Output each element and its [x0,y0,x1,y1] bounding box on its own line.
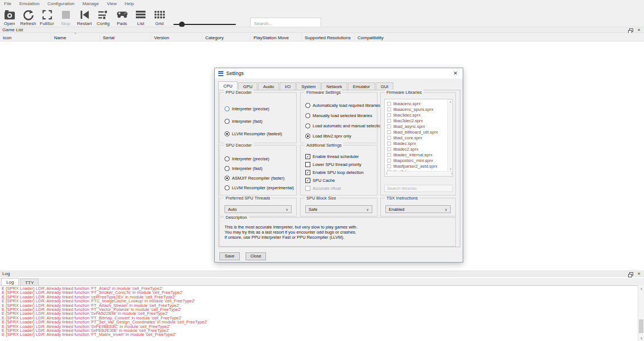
checkbox-icon[interactable] [387,164,391,168]
radio-label: ASMJIT Recompiler (faster) [232,176,284,181]
column-header-resolutions[interactable]: Supported Resolutions [302,33,355,41]
float-dock-icon[interactable] [629,28,633,32]
tab-io[interactable]: I/O [280,82,296,90]
list-view-button[interactable]: List [131,7,150,26]
tab-gui[interactable]: GUI [376,82,393,90]
scroll-up-icon[interactable]: ∧ [638,286,644,290]
checkbox-icon[interactable] [387,147,391,151]
close-button[interactable]: Close [246,252,266,260]
scroll-down-icon[interactable]: ∨ [448,167,453,170]
library-item[interactable]: libac3dec2.sprx [387,118,452,123]
close-dock-icon[interactable]: ✕ [637,272,641,276]
config-button[interactable]: Config [94,7,113,26]
menu-configuration[interactable]: Configuration [43,1,78,6]
column-header-psmove[interactable]: PlayStation Move [251,33,302,41]
fullscreen-button[interactable]: FullScr [38,7,56,26]
library-item[interactable]: libaacenc.sprx [387,101,452,106]
menu-help[interactable]: Help [121,1,138,6]
radio-manual-load-selected[interactable]: Manually load selected libraries [305,112,377,119]
library-item[interactable]: libasfparser2_astd.sprx [387,163,452,169]
checkbox-lower-spu-thread-priority[interactable]: Lower SPU thread priority [305,161,377,168]
checkbox-enable-thread-scheduler[interactable]: ✓ Enable thread scheduler [305,153,377,160]
float-dock-icon[interactable] [629,272,633,276]
refresh-button[interactable]: Refresh [19,7,38,26]
column-header-name[interactable]: ^ Name [51,33,100,41]
restart-icon [79,9,90,20]
checkbox-icon[interactable] [387,136,391,140]
radio-ppu-llvm-recompiler[interactable]: LLVM Recompiler (fastest) [225,130,296,138]
checkbox-enable-spu-loop-detection[interactable]: ✓ Enable SPU loop detection [305,169,377,176]
tab-network[interactable]: Network [321,82,347,90]
pads-button[interactable]: Pads [113,7,131,26]
checkbox-icon[interactable] [387,107,391,111]
close-dock-icon[interactable]: ✕ [637,28,641,32]
close-dialog-icon[interactable]: ✕ [453,70,463,76]
scrollbar-thumb[interactable] [639,319,643,333]
checkbox-icon[interactable] [387,102,391,106]
checkbox-icon[interactable] [387,130,391,134]
radio-load-liblv2-only[interactable]: Load liblv2.sprx only [305,132,377,140]
column-header-compatibility[interactable]: Compatibility [355,33,644,41]
radio-load-auto-and-manual[interactable]: Load automatic and manual selection [305,122,377,130]
tab-gpu[interactable]: GPU [238,82,257,90]
menu-emulation[interactable]: Emulation [15,1,44,6]
tab-cpu[interactable]: CPU [218,81,238,90]
settings-dialog-titlebar[interactable]: Settings ✕ [215,68,463,78]
radio-ppu-interpreter-precise[interactable]: Interpreter (precise) [225,105,296,113]
tab-tty[interactable]: TTY [20,278,39,285]
library-item[interactable]: libad_billboard_util.sprx [387,129,452,135]
open-button[interactable]: Open [0,7,19,26]
firmware-libraries-list[interactable]: libaacenc.sprx libaacenc_spurs.sprx liba… [384,99,453,177]
library-list-scrollbar[interactable]: ∧ ∨ [447,99,452,171]
library-item[interactable]: libadec_internal.sprx [387,152,452,157]
checkbox-icon[interactable] [387,159,391,163]
log-output[interactable]: E {SPRX Loader} LDR: Already linked func… [0,285,644,341]
menu-manage[interactable]: Manage [78,1,103,6]
checkbox-spu-cache[interactable]: ✓ SPU Cache [305,177,377,184]
checkbox-icon[interactable] [387,142,391,145]
tab-emulator[interactable]: Emulator [348,82,375,90]
radio-auto-load-required[interactable]: Automatically load required libraries [305,102,377,109]
tab-system[interactable]: System [296,82,321,90]
library-list-hscrollbar[interactable]: ‹ › [385,171,453,176]
scroll-down-icon[interactable]: ∨ [638,336,644,340]
column-header-version[interactable]: Version [151,33,202,41]
checkbox-icon[interactable] [387,153,391,157]
checkbox-icon[interactable] [387,113,391,117]
spu-block-size-select[interactable]: Safe ∨ [305,205,372,213]
library-item[interactable]: libaacenc_spurs.sprx [387,106,452,112]
preferred-spu-threads-select[interactable]: Auto ∨ [225,205,292,213]
log-scrollbar[interactable]: ∧ ∨ [638,285,644,341]
column-header-category[interactable]: Category [202,33,251,41]
radio-spu-asmjit-recompiler[interactable]: ASMJIT Recompiler (faster) [225,174,296,182]
scroll-left-icon[interactable]: ‹ [386,172,387,176]
library-search-input[interactable] [384,185,453,192]
radio-spu-interpreter-fast[interactable]: Interpreter (fast) [225,165,296,172]
gamepad-icon [117,9,128,20]
library-item[interactable]: libad_core.sprx [387,135,452,140]
restart-button[interactable]: Restart [75,7,94,26]
grid-view-button[interactable]: Grid [150,7,169,26]
library-item[interactable]: libadec.sprx [387,140,452,146]
tab-log[interactable]: Log [1,278,19,285]
library-item[interactable]: libac3dec.sprx [387,112,452,118]
radio-ppu-interpreter-fast[interactable]: Interpreter (fast) [225,118,296,125]
checkbox-icon[interactable] [387,119,391,123]
game-list-dock-titlebar: Game List ✕ [0,27,644,33]
tab-audio[interactable]: Audio [258,82,279,90]
tsx-instructions-select[interactable]: Enabled ∨ [385,205,451,213]
column-header-serial[interactable]: Serial [100,33,151,41]
save-button[interactable]: Save [219,252,240,260]
library-item[interactable]: libadec2.sprx [387,146,452,152]
scroll-up-icon[interactable]: ∧ [448,100,453,103]
radio-spu-llvm-recompiler[interactable]: LLVM Recompiler (experimental) [225,184,296,192]
column-header-icon[interactable]: Icon [0,33,51,41]
library-item[interactable]: libad_async.sprx [387,123,452,129]
radio-spu-interpreter-precise[interactable]: Interpreter (precise) [225,155,296,163]
checkbox-label: Enable SPU loop detection [313,170,364,175]
checkbox-icon[interactable] [387,124,391,128]
menu-file[interactable]: File [0,1,15,6]
menu-view[interactable]: View [103,1,121,6]
library-item[interactable]: libapostsrc_mini.sprx [387,157,452,163]
scroll-right-icon[interactable]: › [451,172,452,176]
